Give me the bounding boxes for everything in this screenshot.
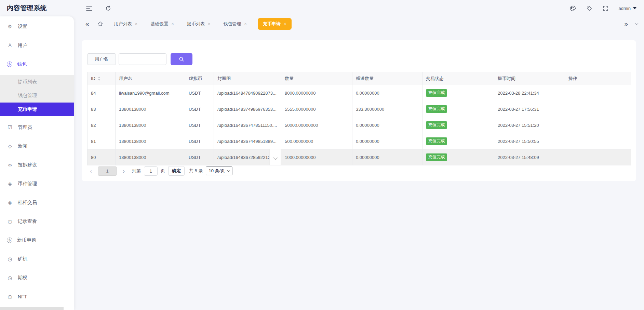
tab-close-icon[interactable]: × <box>208 22 211 26</box>
sort-icon[interactable] <box>98 77 100 81</box>
feedback-icon: ∞ <box>7 162 13 168</box>
current-page[interactable]: 1 <box>98 166 117 176</box>
miner-icon: ◷ <box>7 256 13 262</box>
page-size-value: 10 条/页 <box>209 168 225 174</box>
table-row[interactable]: 80 13800138000 USDT /upload/164836728592… <box>88 149 631 165</box>
menu-item-label: 钱包 <box>17 61 27 67</box>
cell-time: 2022-03-27 15:48:09 <box>494 149 565 165</box>
records-table: ID 用户名 虚拟币 封面图 数量 赠送数量 交易状态 提币时间 操作 84 l… <box>87 72 631 165</box>
header-cover: 封面图 <box>214 72 281 85</box>
tab-close-icon[interactable]: × <box>135 22 138 26</box>
tab-label: 钱包管理 <box>223 21 241 27</box>
tab-bar: « 用户列表 × 基础设置 × 提币列表 × 钱包管理 × <box>74 16 644 31</box>
leverage-trade-menu-item[interactable]: ◈ 杠杆交易 <box>0 193 74 212</box>
cell-status: 充值完成 <box>422 149 494 165</box>
header-actions: 操作 <box>565 72 631 85</box>
cell-amount: 500.00000000 <box>281 133 352 149</box>
search-input[interactable] <box>119 53 166 65</box>
wallet-menu-item[interactable]: $ 钱包 <box>0 55 74 73</box>
app-title: 内容管理系统 <box>0 0 74 16</box>
settings-menu-item[interactable]: ⚙ 设置 <box>0 17 74 36</box>
cell-cover: /upload/1648367478511150.... <box>214 117 281 133</box>
leverage-trade-icon: ◈ <box>7 200 13 206</box>
tab[interactable]: 提币列表 × <box>185 18 213 29</box>
cell-coin: USDT <box>185 133 214 149</box>
search-button[interactable] <box>171 53 192 65</box>
sidebar-scrollbar[interactable] <box>0 307 64 310</box>
username: admin <box>619 6 631 11</box>
news-icon: ◇ <box>7 143 13 149</box>
submenu-item-label: 充币申请 <box>18 106 37 112</box>
home-icon[interactable] <box>97 21 103 27</box>
cover-path: /upload/1648367285922126. <box>217 155 274 160</box>
menu-item-label: 新闻 <box>18 143 27 149</box>
fullscreen-icon[interactable] <box>603 5 608 11</box>
cover-dropdown-button[interactable] <box>269 149 281 165</box>
coin-manage-menu-item[interactable]: ◈ 币种管理 <box>0 174 74 193</box>
cell-amount: 50000.00000000 <box>281 117 352 133</box>
table-row[interactable]: 81 13800138000 USDT /upload/164836744985… <box>88 133 631 149</box>
page-number-input[interactable] <box>144 166 158 176</box>
table-row[interactable]: 84 liwaisan1990@gmail.com USDT /upload/1… <box>88 85 631 101</box>
status-badge: 充值完成 <box>426 137 447 145</box>
withdraw-list-submenu-item[interactable]: 提币列表 <box>0 75 74 89</box>
user-menu[interactable]: admin <box>619 6 636 11</box>
tab-label: 用户列表 <box>114 21 132 27</box>
menu-item-label: 设置 <box>18 24 27 30</box>
menu-item-label: 投拆建议 <box>18 162 37 168</box>
table-row[interactable]: 82 13800138000 USDT /upload/164836747851… <box>88 117 631 133</box>
nft-menu-item[interactable]: ◷ NFT <box>0 287 74 306</box>
search-bar: 用户名 <box>87 53 192 65</box>
menu-item-label: 杠杆交易 <box>18 200 37 206</box>
page-size-select[interactable]: 10 条/页 <box>206 166 232 175</box>
refresh-icon[interactable] <box>105 5 111 11</box>
wallet-manage-submenu-item[interactable]: 钱包管理 <box>0 89 74 103</box>
cell-time: 2022-03-28 22:41:34 <box>494 85 565 101</box>
table-body: 84 liwaisan1990@gmail.com USDT /upload/1… <box>88 85 631 165</box>
miner-menu-item[interactable]: ◷ 矿机 <box>0 250 74 268</box>
menu-fold-icon[interactable] <box>86 5 92 11</box>
admins-menu-item[interactable]: ☑ 管理员 <box>0 118 74 137</box>
confirm-page-button[interactable]: 确定 <box>168 166 185 176</box>
next-page-icon[interactable]: › <box>120 168 128 174</box>
tab-close-icon[interactable]: × <box>171 22 174 26</box>
prev-page-icon[interactable]: ‹ <box>87 168 95 174</box>
tabs-scroll-left-icon[interactable]: « <box>85 21 89 27</box>
top-header: admin <box>74 0 644 16</box>
tab[interactable]: 充币申请 × <box>258 18 292 30</box>
goto-label: 到第 <box>132 168 141 174</box>
record-view-menu-item[interactable]: ◷ 记录查看 <box>0 212 74 231</box>
cell-status: 充值完成 <box>422 101 494 117</box>
cell-actions <box>565 85 631 101</box>
tab-label: 充币申请 <box>263 21 281 27</box>
content-card: 用户名 ID 用户名 虚拟币 封面图 数量 <box>82 40 636 181</box>
cell-id: 81 <box>88 133 116 149</box>
cover-path: /upload/1648478490922873... <box>217 91 277 96</box>
new-coin-subscribe-menu-item[interactable]: $ 新币申购 <box>0 231 74 250</box>
admins-icon: ☑ <box>7 124 13 131</box>
cell-bonus: 0.00000000 <box>352 133 422 149</box>
table-row[interactable]: 83 13800138000 USDT /upload/164837498697… <box>88 101 631 117</box>
cell-amount: 1000.00000000 <box>281 149 352 165</box>
feedback-menu-item[interactable]: ∞ 投拆建议 <box>0 156 74 174</box>
users-menu-item[interactable]: ♙ 用户 <box>0 36 74 55</box>
cover-path: /upload/1648374986976353... <box>217 107 277 112</box>
tabs-menu-chevron-icon[interactable] <box>635 22 639 25</box>
news-menu-item[interactable]: ◇ 新闻 <box>0 137 74 156</box>
recharge-apply-submenu-item[interactable]: 充币申请 <box>0 103 74 116</box>
options-menu-item[interactable]: ◷ 期权 <box>0 268 74 287</box>
tab[interactable]: 基础设置 × <box>148 18 176 29</box>
cell-time: 2022-03-27 15:50:55 <box>494 133 565 149</box>
total-count-label: 共 5 条 <box>189 168 203 174</box>
header-time: 提币时间 <box>494 72 565 85</box>
tab[interactable]: 用户列表 × <box>112 18 140 29</box>
cell-coin: USDT <box>185 117 214 133</box>
tab-close-icon[interactable]: × <box>244 22 247 26</box>
tag-icon[interactable] <box>586 5 592 11</box>
theme-palette-icon[interactable] <box>569 5 576 12</box>
tab-close-icon[interactable]: × <box>284 22 286 26</box>
header-username: 用户名 <box>116 72 185 85</box>
tabs-scroll-right-icon[interactable]: » <box>624 21 628 27</box>
header-coin: 虚拟币 <box>185 72 214 85</box>
tab[interactable]: 钱包管理 × <box>221 18 249 29</box>
